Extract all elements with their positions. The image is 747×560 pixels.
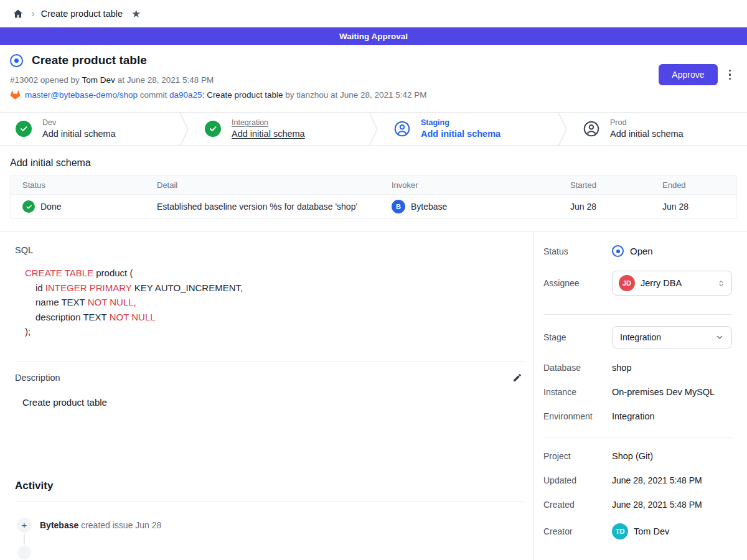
breadcrumb-page-title: Create product table [41, 9, 123, 19]
column-detail: Detail [147, 180, 382, 190]
pipeline-stage-bar: DevAdd initial schema IntegrationAdd ini… [0, 112, 747, 146]
stage-env-label: Integration [232, 118, 305, 128]
commit-branch-link[interactable]: master@bytebase-demo/shop [25, 90, 138, 100]
assignee-label: Assignee [543, 278, 612, 288]
stage-prod[interactable]: ProdAdd initial schema [568, 113, 747, 145]
column-ended: Ended [652, 180, 736, 190]
task-status: Done [40, 202, 61, 212]
stage-separator [179, 113, 189, 145]
status-value: Open [630, 246, 653, 256]
description-content: Create product table [22, 397, 524, 408]
issue-author: Tom Dev [82, 75, 115, 85]
chevron-right-icon: › [31, 8, 35, 19]
commit-hash-link[interactable]: da90a25 [169, 90, 202, 100]
assignee-row: Assignee JD Jerry DBA [543, 271, 732, 296]
kebab-menu-icon[interactable] [728, 68, 733, 82]
task-section-title: Add initial schema [10, 157, 737, 169]
creator-avatar: TD [612, 523, 628, 539]
divider [543, 314, 732, 315]
stage-env-label: Dev [42, 118, 116, 128]
column-status: Status [11, 180, 147, 190]
created-row: Created June 28, 2021 5:48 PM [543, 500, 732, 510]
approve-button[interactable]: Approve [659, 64, 717, 85]
sql-code-viewer: CREATE TABLE product ( id INTEGER PRIMAR… [25, 266, 524, 339]
stage-task-label: Add initial schema [610, 128, 684, 141]
activity-title: Activity [15, 480, 524, 492]
stage-task-label: Add initial schema [42, 128, 116, 141]
task-detail: Established baseline version %s for data… [147, 202, 382, 212]
stage-integration[interactable]: IntegrationAdd initial schema [189, 113, 369, 145]
invoker-avatar: B [392, 200, 405, 213]
issue-meta: #13002 opened by Tom Dev at June 28, 202… [10, 75, 732, 85]
database-label: Database [543, 363, 612, 373]
stage-staging[interactable]: StagingAdd initial schema [378, 113, 558, 145]
activity-date: Jun 28 [135, 520, 161, 530]
task-section: Add initial schema Status Detail Invoker… [0, 157, 747, 219]
issue-header: Create product table #13002 opened by To… [0, 45, 747, 112]
plus-icon: + [17, 518, 32, 533]
task-table-header: Status Detail Invoker Started Ended [11, 176, 736, 195]
star-icon[interactable]: ★ [131, 7, 141, 21]
commit-line: master@bytebase-demo/shop commit da90a25… [10, 90, 732, 100]
assignee-avatar: JD [619, 275, 635, 291]
created-label: Created [543, 500, 612, 510]
issue-detail-panel: SQL CREATE TABLE product ( id INTEGER PR… [0, 231, 533, 560]
status-label: Status [543, 246, 612, 256]
task-row[interactable]: Done Established baseline version %s for… [11, 195, 736, 218]
assignee-select[interactable]: JD Jerry DBA [612, 271, 732, 296]
task-table: Status Detail Invoker Started Ended Done… [10, 175, 737, 219]
project-row: Project Shop (Git) [543, 451, 732, 461]
timeline-next-node [17, 546, 31, 559]
status-banner: Waiting Approval [0, 27, 747, 45]
database-value: shop [612, 363, 732, 373]
home-icon[interactable] [11, 7, 25, 21]
stage-done-icon [16, 121, 32, 137]
issue-sidebar: Status Open Assignee JD Jerry DBA Stage … [533, 231, 747, 560]
column-started: Started [560, 180, 652, 190]
status-row: Status Open [543, 245, 732, 257]
divider [543, 437, 732, 437]
stage-select[interactable]: Integration [612, 326, 732, 348]
activity-item: + Bytebase created issue Jun 28 [15, 518, 524, 533]
creator-label: Creator [543, 526, 612, 536]
stage-separator [558, 113, 568, 145]
divider [15, 362, 524, 362]
stage-dev[interactable]: DevAdd initial schema [0, 113, 179, 145]
selector-icon [717, 279, 725, 288]
column-invoker: Invoker [382, 180, 560, 190]
instance-label: Instance [543, 387, 612, 397]
commit-byline: by tianzhou at June 28, 2021 5:42 PM [283, 90, 426, 100]
divider [15, 502, 524, 502]
open-status-icon [10, 54, 23, 67]
task-started: Jun 28 [560, 202, 652, 212]
creator-name: Tom Dev [634, 526, 669, 536]
task-ended: Jun 28 [652, 202, 736, 212]
instance-value: On-premises Dev MySQL [612, 387, 732, 397]
breadcrumb: › Create product table ★ [0, 0, 747, 27]
database-row: Database shop [543, 363, 732, 373]
task-invoker: Bytebase [411, 202, 447, 212]
edit-description-icon[interactable] [511, 371, 524, 384]
issue-title: Create product table [32, 54, 147, 67]
assignee-name: Jerry DBA [641, 278, 682, 288]
stage-pending-icon [583, 121, 599, 137]
activity-actor: Bytebase [40, 520, 78, 530]
updated-value: June 28, 2021 5:48 PM [612, 475, 732, 485]
instance-row: Instance On-premises Dev MySQL [543, 387, 732, 397]
task-done-icon [22, 200, 35, 213]
open-status-icon [612, 245, 624, 257]
created-value: June 28, 2021 5:48 PM [612, 500, 732, 510]
project-label: Project [543, 451, 612, 461]
chevron-down-icon [715, 333, 724, 342]
stage-task-label: Add initial schema [421, 128, 500, 141]
stage-label: Stage [543, 332, 612, 342]
environment-row: Environment Integration [543, 411, 732, 421]
timeline-connector [24, 534, 25, 544]
updated-row: Updated June 28, 2021 5:48 PM [543, 475, 732, 485]
stage-done-icon [205, 121, 221, 137]
stage-row: Stage Integration [543, 326, 732, 348]
creator-row: Creator TDTom Dev [543, 523, 732, 539]
environment-label: Environment [543, 411, 612, 421]
stage-separator [369, 113, 378, 145]
stage-value: Integration [620, 332, 661, 342]
